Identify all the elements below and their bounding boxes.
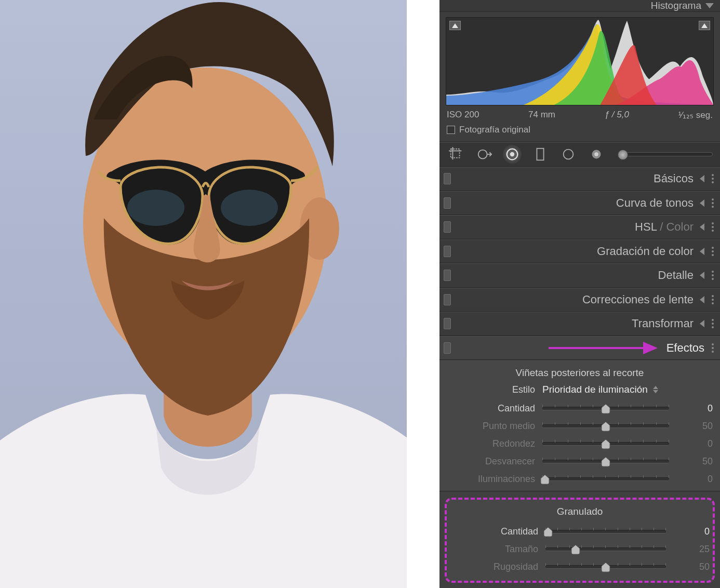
brush-size-slider[interactable] [618,152,713,156]
efectos-vignette-group: Viñetas posteriores al recorte Estilo Pr… [439,360,720,491]
hsl-label-b: Color [666,220,694,233]
exif-shutter: ¹⁄₁₂₅ seg. [678,110,713,121]
vignette-label: Desvanecer [447,456,535,467]
vignette-row: Redondez0 [447,435,713,452]
histogram-block: ISO 200 74 mm ƒ / 5,0 ¹⁄₁₂₅ seg. Fotogra… [439,12,720,142]
section-hsl[interactable]: HSL / Color [439,215,720,239]
section-label: Curva de tonos [616,196,694,210]
panel-switch-icon[interactable] [444,318,451,329]
vignette-value: 0 [676,474,713,485]
original-photo-row[interactable]: Fotografía original [446,123,714,138]
spot-removal-tool[interactable] [475,145,494,164]
redeye-tool[interactable] [503,145,522,164]
section-lente[interactable]: Correcciones de lente [439,288,720,312]
panel-switch-icon[interactable] [444,197,451,209]
chevron-left-icon [700,296,704,303]
slider-thumb-icon[interactable] [540,474,550,485]
chevron-left-icon [700,199,704,207]
section-detalle[interactable]: Detalle [439,263,720,287]
panel-switch-icon[interactable] [444,294,451,305]
vignette-slider[interactable] [542,460,669,463]
dots-icon [712,343,714,353]
dots-icon [712,319,714,328]
chevron-left-icon [700,175,704,182]
dots-icon [712,198,714,208]
chevron-down-icon [705,3,714,8]
exif-focal: 74 mm [528,110,555,121]
vignette-slider[interactable] [542,442,669,446]
section-basicos[interactable]: Básicos [439,167,720,191]
vignette-row: Cantidad0 [447,399,713,417]
section-label: Básicos [654,172,694,185]
slider-thumb-icon[interactable] [618,150,628,160]
hsl-sep: / [657,220,666,233]
svg-point-9 [510,152,514,156]
crop-tool[interactable] [447,145,465,164]
grain-label: Cantidad [450,526,538,537]
vignette-slider[interactable] [542,407,669,410]
chevron-left-icon [700,223,704,231]
original-photo-label: Fotografía original [459,125,530,135]
vignette-label: Redondez [447,438,535,449]
section-label: Detalle [658,269,694,282]
histogram-header[interactable]: Histograma [439,0,720,12]
section-curva[interactable]: Curva de tonos [439,191,720,215]
grain-slider[interactable] [545,547,666,551]
vignette-value: 0 [676,403,713,414]
vignette-slider[interactable] [542,424,669,428]
slider-thumb-icon[interactable] [601,439,610,449]
section-label: Gradación de color [597,245,694,258]
svg-rect-10 [537,149,543,161]
graduated-filter-tool[interactable] [531,145,550,164]
grain-value: 25 [673,544,710,555]
section-gradacion[interactable]: Gradación de color [439,239,720,263]
grain-value: 0 [673,526,710,537]
panel-switch-icon[interactable] [444,246,451,257]
grain-title: Granulado [450,504,710,523]
panel-switch-icon[interactable] [444,173,451,184]
grain-label: Tamaño [450,544,538,555]
slider-thumb-icon[interactable] [601,562,610,572]
grain-slider[interactable] [545,565,666,569]
section-transformar[interactable]: Transformar [439,312,720,336]
exif-row: ISO 200 74 mm ƒ / 5,0 ¹⁄₁₂₅ seg. [446,105,714,123]
grain-label: Rugosidad [450,562,538,572]
vignette-label: Iluminaciones [447,474,535,485]
svg-point-11 [564,150,574,159]
svg-rect-4 [451,149,460,158]
panel-switch-icon[interactable] [444,342,451,354]
vignette-value: 50 [676,421,713,432]
slider-thumb-icon[interactable] [601,421,610,432]
grain-slider[interactable] [545,530,666,533]
section-label: Transformar [632,317,694,330]
dots-icon [712,247,714,256]
chevron-left-icon [700,272,704,279]
slider-thumb-icon[interactable] [601,457,610,467]
slider-thumb-icon[interactable] [571,544,580,555]
section-label: HSL / Color [635,220,694,234]
vignette-row: Iluminaciones0 [447,470,713,488]
slider-thumb-icon[interactable] [601,404,610,414]
vignette-row: Punto medio50 [447,417,713,435]
histogram-plot[interactable] [446,17,714,105]
dots-icon [712,271,714,280]
vignette-title: Viñetas posteriores al recorte [447,365,713,384]
exif-iso: ISO 200 [447,110,479,121]
grain-row: Tamaño25 [450,540,710,558]
radial-filter-tool[interactable] [559,145,578,164]
photo-preview [0,0,407,588]
vignette-label: Cantidad [447,403,535,414]
vignette-value: 0 [676,438,713,449]
slider-thumb-icon[interactable] [543,527,553,537]
histogram-title: Histograma [651,0,701,11]
vignette-slider[interactable] [542,477,669,481]
dots-icon [712,222,714,232]
checkbox-icon[interactable] [447,126,455,134]
section-efectos[interactable]: Efectos [439,336,720,360]
panel-switch-icon[interactable] [444,221,451,233]
vignette-style-select[interactable]: Prioridad de iluminación [542,384,713,395]
brush-tool[interactable] [587,145,606,164]
local-tools-strip [439,142,720,167]
panel-switch-icon[interactable] [444,270,451,281]
chevron-left-icon [700,248,704,255]
